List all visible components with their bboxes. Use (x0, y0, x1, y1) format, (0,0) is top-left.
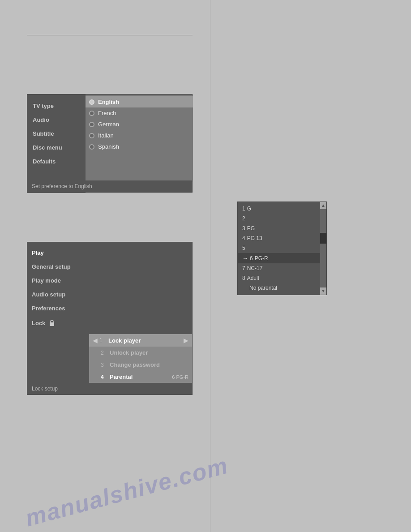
lang-option-german[interactable]: German (86, 119, 193, 130)
lock-sidebar-lock[interactable]: Lock (27, 315, 90, 330)
lock-options-list: ◀ 1 Lock player ▶ 2 Unlock player 3 Chan… (89, 334, 192, 383)
scrollbar-bottom-arrow[interactable]: ▼ (320, 287, 326, 295)
arrow-right-icon: ▶ (184, 337, 188, 344)
radio-italian (89, 133, 94, 138)
parental-badge: 6 PG-R (172, 374, 188, 380)
sidebar-item-subtitle[interactable]: Subtitle (31, 127, 82, 141)
lock-sidebar-play-mode[interactable]: Play mode (27, 274, 90, 287)
radio-french (89, 111, 94, 116)
parental-item-5[interactable]: 5 (238, 243, 320, 253)
lock-row-parental[interactable]: 4 Parental 6 PG-R (89, 371, 192, 383)
parental-scrollbar[interactable]: ▲ ▼ (320, 202, 326, 295)
lang-option-french[interactable]: French (86, 107, 193, 119)
sidebar-item-defaults[interactable]: Defaults (31, 154, 82, 168)
radio-english (89, 99, 94, 105)
lock-row-lock-player[interactable]: ◀ 1 Lock player ▶ (89, 334, 192, 347)
scrollbar-top-arrow[interactable]: ▲ (320, 202, 326, 209)
left-panel: TV type Audio Subtitle Disc menu Default… (0, 0, 210, 532)
parental-arrow-icon: → (242, 255, 248, 262)
lang-options-list: English French German Itallan Spanish (86, 94, 193, 182)
row-num-1: 1 (99, 337, 106, 343)
lock-row-unlock-player[interactable]: 2 Unlock player (89, 347, 192, 359)
parental-item-1g[interactable]: 1 G (238, 204, 320, 214)
parental-item-6pgr[interactable]: → 6 PG-R (238, 253, 320, 263)
unlock-player-label: Unlock player (110, 349, 188, 356)
lock-sidebar-preferences[interactable]: Preferences (27, 301, 90, 315)
row-num-4: 4 (101, 374, 107, 380)
lang-status-bar: Set preference to English (27, 180, 192, 192)
parental-label: Parental (110, 373, 170, 380)
sidebar-item-tv-type[interactable]: TV type (31, 99, 82, 113)
sidebar-item-disc-menu[interactable]: Disc menu (31, 141, 82, 154)
row-num-2: 2 (101, 350, 107, 356)
parental-item-4pg13[interactable]: 4 PG 13 (238, 233, 320, 243)
lock-menu-sidebar: Play General setup Play mode Audio setup… (27, 242, 90, 334)
right-panel: 1 G 2 3 PG 4 PG 13 5 (210, 0, 411, 532)
lock-menu-body: Play General setup Play mode Audio setup… (27, 242, 192, 383)
lock-row-change-password[interactable]: 3 Change password (89, 359, 192, 371)
parental-item-3pg[interactable]: 3 PG (238, 223, 320, 233)
top-divider (27, 35, 193, 35)
radio-german (89, 122, 94, 127)
parental-item-8adult[interactable]: 8 Adult (238, 273, 320, 283)
parental-item-7nc17[interactable]: 7 NC-17 (238, 263, 320, 273)
lock-icon (48, 319, 56, 327)
lock-player-label: Lock player (108, 337, 182, 344)
row-num-3: 3 (101, 362, 107, 368)
scrollbar-thumb[interactable] (320, 233, 326, 244)
radio-spanish (89, 144, 94, 150)
parental-rating-box: 1 G 2 3 PG 4 PG 13 5 (237, 202, 327, 295)
change-password-label: Change password (110, 361, 188, 368)
lang-option-english[interactable]: English (86, 96, 193, 107)
lang-menu-sidebar: TV type Audio Subtitle Disc menu Default… (27, 94, 86, 193)
lock-sidebar-play[interactable]: Play (27, 246, 90, 260)
parental-item-2[interactable]: 2 (238, 214, 320, 223)
lang-option-spanish[interactable]: Spanish (86, 141, 193, 152)
lock-sidebar-audio-setup[interactable]: Audio setup (27, 287, 90, 301)
lock-menu: Play General setup Play mode Audio setup… (27, 242, 193, 395)
language-menu: TV type Audio Subtitle Disc menu Default… (27, 94, 193, 193)
sidebar-item-audio[interactable]: Audio (31, 113, 82, 127)
parental-ratings-list: 1 G 2 3 PG 4 PG 13 5 (238, 202, 320, 295)
lock-sidebar-general-setup[interactable]: General setup (27, 260, 90, 274)
arrow-left-icon: ◀ (93, 337, 98, 344)
lang-option-italian[interactable]: Itallan (86, 130, 193, 141)
lock-status-bar: Lock setup (27, 383, 192, 395)
parental-item-no-parental[interactable]: No parental (238, 283, 320, 293)
svg-rect-0 (50, 322, 54, 326)
